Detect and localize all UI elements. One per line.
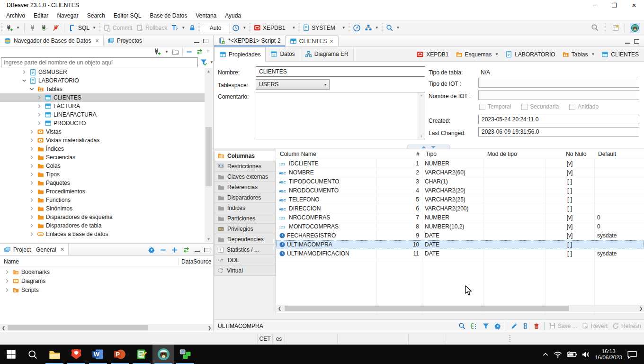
chevron-right-icon[interactable] <box>28 180 35 186</box>
subtab-datos[interactable]: <>Datos <box>266 47 300 61</box>
menu-ventana[interactable]: Ventana <box>191 11 221 20</box>
column-row-idcliente[interactable]: 123IDCLIENTE1NUMBER[v] <box>276 159 644 168</box>
dbeaver-taskbar-button[interactable] <box>152 345 174 364</box>
checkbox-temporal[interactable]: Temporal <box>479 103 511 110</box>
section-tab-virtual[interactable]: Virtual <box>214 265 276 276</box>
wifi-icon[interactable] <box>554 351 562 358</box>
tipo-iot-field[interactable] <box>478 78 639 88</box>
column-row-nombre[interactable]: ABCNOMBRE2VARCHAR2(60)[v] <box>276 168 644 177</box>
chevron-right-icon[interactable] <box>28 205 35 212</box>
save-button[interactable]: Save ... <box>549 322 577 329</box>
start-button[interactable] <box>0 345 22 364</box>
close-tab-icon[interactable]: ✕ <box>329 38 333 45</box>
tree-item-colas[interactable]: Colas <box>0 162 205 170</box>
chevron-right-icon[interactable] <box>36 120 43 127</box>
chevron-right-icon[interactable] <box>36 111 43 118</box>
new-connection-dropdown[interactable]: ▼ <box>165 50 169 54</box>
grid-filter-icon[interactable] <box>482 322 490 330</box>
filter-dropdown[interactable]: ▼ <box>210 60 214 64</box>
grid-search-icon[interactable] <box>458 322 466 330</box>
close-tab-icon[interactable]: ✕ <box>95 38 99 44</box>
section-tab-statistics-[interactable]: iStatistics / ... <box>214 245 276 255</box>
breadcrumb-esquemas[interactable]: Esquemas▼ <box>453 50 501 59</box>
column-header-name[interactable]: Name <box>4 258 19 265</box>
dbeaver-perspective-icon[interactable] <box>630 23 640 33</box>
tab-sql-script[interactable]: *<XEPDB1> Script-2 <box>214 36 285 46</box>
collapse-all-icon[interactable] <box>186 48 193 55</box>
network-button[interactable]: ▼ <box>363 23 381 33</box>
reconnect-button[interactable] <box>38 23 50 33</box>
quick-search-icon[interactable] <box>591 24 599 32</box>
chevron-right-icon[interactable] <box>28 231 35 237</box>
tree-vertical-scrollbar[interactable]: ▲ ▼ <box>205 68 213 242</box>
chevron-right-icon[interactable] <box>28 163 35 169</box>
menu-navegar[interactable]: Navegar <box>53 11 82 20</box>
breadcrumb-xepdb1[interactable]: XEPDB1 <box>414 50 451 59</box>
header-num[interactable]: # <box>416 151 420 157</box>
word-button[interactable]: W <box>87 345 109 364</box>
tree-item-disparadores-de-tabla[interactable]: Disparadores de tabla <box>0 221 205 230</box>
restore-button[interactable]: ❐ <box>604 0 624 10</box>
tree-item-lineafactura[interactable]: LINEAFACTURA <box>0 110 205 119</box>
powerpoint-button[interactable]: P <box>109 345 131 364</box>
minimize-panel-icon[interactable] <box>194 42 199 43</box>
checkbox-box[interactable] <box>479 104 485 110</box>
chevron-right-icon[interactable] <box>36 103 43 109</box>
volume-icon[interactable] <box>582 351 590 358</box>
section-tab-ddl[interactable]: ⇆TDDL <box>214 255 276 265</box>
chevron-right-icon[interactable] <box>28 222 35 229</box>
add-column-icon[interactable] <box>522 322 529 330</box>
chevron-right-icon[interactable] <box>28 188 35 195</box>
menu-search[interactable]: Search <box>83 11 109 20</box>
menu-editar[interactable]: Editar <box>29 11 53 20</box>
dashboard-button[interactable] <box>351 23 363 33</box>
maximize-panel-icon[interactable] <box>203 39 208 43</box>
chevron-right-icon[interactable] <box>28 146 35 152</box>
header-tipo[interactable]: Tipo <box>426 151 437 157</box>
section-tab-columnas[interactable]: Columnas <box>214 151 276 161</box>
tree-item-tipos[interactable]: Tipos <box>0 170 205 179</box>
battery-icon[interactable] <box>567 351 577 358</box>
filter-icon[interactable] <box>200 58 207 66</box>
chevron-down-icon[interactable]: ▼ <box>591 52 595 56</box>
menu-archivo[interactable]: Archivo <box>2 11 29 20</box>
tree-item-vistas-materializadas[interactable]: Vistas materializadas <box>0 136 205 145</box>
tree-item-sinónimos[interactable]: Sinónimos <box>0 204 205 213</box>
tree-item-procedimientos[interactable]: Procedimientos <box>0 187 205 196</box>
brave-browser-button[interactable] <box>65 345 87 364</box>
connect-button[interactable] <box>27 23 38 33</box>
maximize-panel-icon[interactable] <box>204 248 209 252</box>
tree-item-disparadores-de-esquema[interactable]: Disparadores de esquema <box>0 213 205 221</box>
header-mod-tipo[interactable]: Mod de tipo <box>487 151 517 157</box>
chevron-right-icon[interactable] <box>28 154 35 161</box>
header-default[interactable]: Default <box>598 151 616 157</box>
subtab-propiedades[interactable]: Propiedades <box>214 47 266 62</box>
project-item-scripts[interactable]: Scripts <box>0 285 213 294</box>
chevron-right-icon[interactable] <box>21 69 27 75</box>
header-no-nulo[interactable]: No Nulo <box>566 151 586 157</box>
column-row-tipodocumento[interactable]: ABCTIPODOCUMENTO3CHAR(1)[ ] <box>276 177 644 186</box>
tree-item-functions[interactable]: Functions <box>0 196 205 204</box>
active-connection-combo[interactable]: XEPDB1▼ <box>251 23 297 33</box>
menu-base-de-datos[interactable]: Base de Datos <box>145 11 191 20</box>
project-item-bookmarks[interactable]: Bookmarks <box>0 267 213 276</box>
settings-gear-icon[interactable] <box>148 246 155 254</box>
nombre-iot-field[interactable] <box>478 90 639 100</box>
tree-item-tablas[interactable]: Tablas <box>0 85 205 93</box>
view-menu-icon[interactable] <box>206 48 210 55</box>
section-tab-claves-externas[interactable]: Claves externas <box>214 172 276 182</box>
column-config-icon[interactable] <box>470 322 478 330</box>
revert-button[interactable]: Revert <box>581 322 608 329</box>
tab-clientes[interactable]: CLIENTES ✕ <box>285 36 339 46</box>
section-tab-referencias[interactable]: Referencias <box>214 182 276 192</box>
notes-app-button[interactable] <box>131 345 152 364</box>
commit-mode-combo[interactable]: Auto <box>201 23 230 33</box>
notification-center-icon[interactable] <box>627 350 637 359</box>
delete-column-icon[interactable] <box>533 322 540 330</box>
chevron-right-icon[interactable] <box>28 214 35 220</box>
section-tab-particiones[interactable]: Particiones <box>214 213 276 224</box>
tree-item-factura[interactable]: FACTURA <box>0 102 205 110</box>
column-row-nrodocumento[interactable]: ABCNRODOCUMENTO4VARCHAR2(20)[ ] <box>276 186 644 195</box>
section-tab-restricciones[interactable]: Restricciones <box>214 161 276 172</box>
column-row-ultimacompra[interactable]: ULTIMACOMPRA10DATE[ ] <box>276 240 644 249</box>
